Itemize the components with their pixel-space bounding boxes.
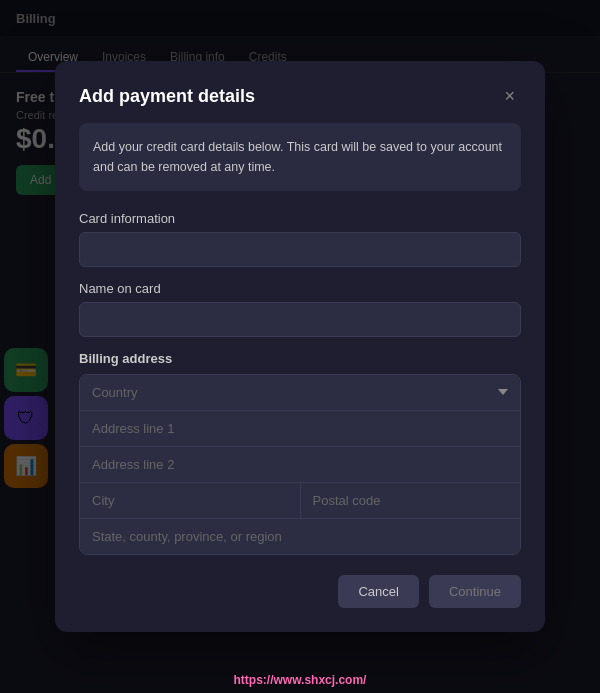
- postal-code-input[interactable]: [301, 483, 521, 518]
- card-info-input[interactable]: [79, 232, 521, 267]
- card-info-label: Card information: [79, 211, 521, 226]
- city-input[interactable]: [80, 483, 301, 518]
- billing-address-group: Billing address Country: [79, 351, 521, 555]
- address-line1-input[interactable]: [80, 411, 520, 447]
- state-input[interactable]: [80, 519, 520, 554]
- modal-footer: Cancel Continue: [79, 575, 521, 608]
- address-line2-input[interactable]: [80, 447, 520, 483]
- name-on-card-label: Name on card: [79, 281, 521, 296]
- billing-address-label: Billing address: [79, 351, 521, 366]
- modal-title: Add payment details: [79, 86, 255, 107]
- info-text: Add your credit card details below. This…: [93, 140, 502, 174]
- country-select[interactable]: Country: [80, 375, 520, 411]
- add-payment-modal: Add payment details × Add your credit ca…: [55, 61, 545, 632]
- name-on-card-group: Name on card: [79, 281, 521, 337]
- cancel-button[interactable]: Cancel: [338, 575, 418, 608]
- address-fields: Country: [79, 374, 521, 555]
- modal-overlay: Add payment details × Add your credit ca…: [0, 0, 600, 693]
- modal-header: Add payment details ×: [79, 85, 521, 107]
- info-box: Add your credit card details below. This…: [79, 123, 521, 191]
- watermark: https://www.shxcj.com/: [234, 673, 367, 687]
- name-on-card-input[interactable]: [79, 302, 521, 337]
- close-button[interactable]: ×: [498, 85, 521, 107]
- continue-button[interactable]: Continue: [429, 575, 521, 608]
- card-info-group: Card information: [79, 211, 521, 267]
- city-postal-row: [80, 483, 520, 519]
